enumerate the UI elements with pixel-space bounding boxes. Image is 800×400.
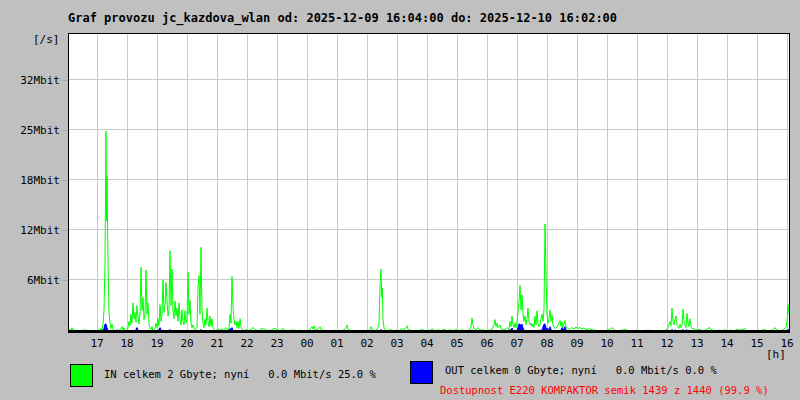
x-tick-label: 22 xyxy=(234,337,260,350)
x-tick-label: 11 xyxy=(624,337,650,350)
x-tick-label: 01 xyxy=(324,337,350,350)
y-tick-mark xyxy=(62,230,68,231)
chart-canvas xyxy=(69,34,789,332)
x-tick-label: 19 xyxy=(144,337,170,350)
x-axis-unit-label: [h] xyxy=(766,348,786,361)
in-legend-label: IN celkem 2 Gbyte; nyní 0.0 Mbit/s 25.0 … xyxy=(104,368,376,380)
x-tick-label: 00 xyxy=(294,337,320,350)
out-legend-label: OUT celkem 0 Gbyte; nyní 0.0 Mbit/s 0.0 … xyxy=(445,364,717,376)
y-tick-label: 12Mbit xyxy=(0,224,60,237)
grid-lines xyxy=(69,34,789,332)
y-axis-unit-label: [/s] xyxy=(33,33,60,46)
traffic-graph-page: Graf provozu jc_kazdova_wlan od: 2025-12… xyxy=(0,0,800,400)
y-tick-label: 6Mbit xyxy=(0,274,60,287)
x-tick-label: 08 xyxy=(534,337,560,350)
y-tick-mark xyxy=(62,80,68,81)
x-tick-label: 07 xyxy=(504,337,530,350)
graph-title: Graf provozu jc_kazdova_wlan od: 2025-12… xyxy=(68,11,617,25)
x-tick-label: 06 xyxy=(474,337,500,350)
x-tick-label: 04 xyxy=(414,337,440,350)
x-tick-label: 12 xyxy=(654,337,680,350)
in-series-line xyxy=(69,131,789,331)
x-tick-label: 21 xyxy=(204,337,230,350)
y-tick-mark xyxy=(62,180,68,181)
x-tick-label: 03 xyxy=(384,337,410,350)
x-tick-label: 18 xyxy=(114,337,140,350)
x-tick-label: 23 xyxy=(264,337,290,350)
x-tick-label: 13 xyxy=(684,337,710,350)
x-tick-label: 17 xyxy=(84,337,110,350)
x-tick-label: 10 xyxy=(594,337,620,350)
x-tick-label: 14 xyxy=(714,337,740,350)
y-tick-label: 32Mbit xyxy=(0,74,60,87)
y-tick-label: 25Mbit xyxy=(0,124,60,137)
y-tick-label: 18Mbit xyxy=(0,174,60,187)
x-tick-label: 05 xyxy=(444,337,470,350)
x-tick-label: 09 xyxy=(564,337,590,350)
y-tick-mark xyxy=(62,130,68,131)
in-legend-swatch xyxy=(70,364,93,387)
out-legend-swatch xyxy=(410,361,433,384)
y-tick-mark xyxy=(62,280,68,281)
availability-text: Dostupnost E220 KOMPAKTOR semik 1439 z 1… xyxy=(440,384,769,396)
x-tick-label: 02 xyxy=(354,337,380,350)
x-tick-label: 20 xyxy=(174,337,200,350)
plot-area xyxy=(68,33,790,333)
